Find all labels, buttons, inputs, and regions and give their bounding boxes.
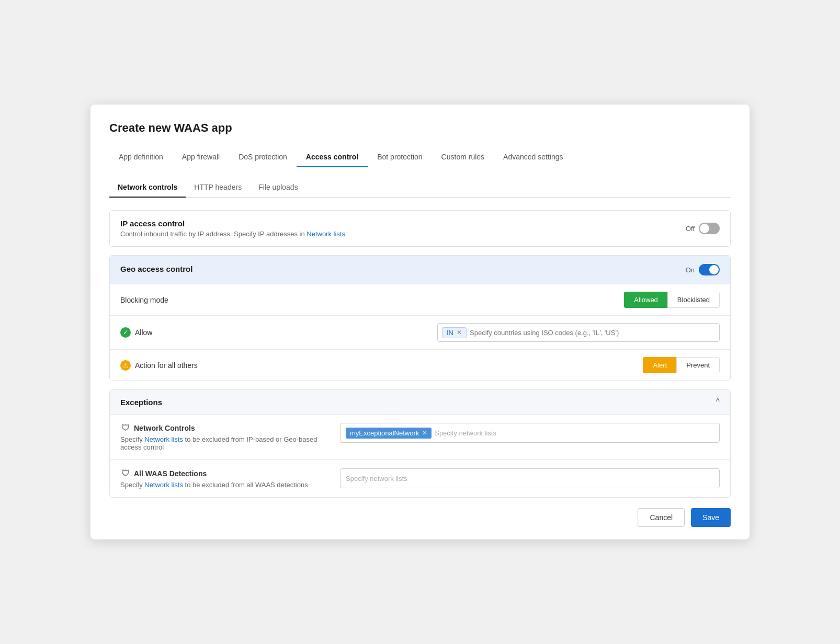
blocking-mode-row: Blocking mode Allowed Blocklisted: [110, 284, 730, 315]
tab-access-control[interactable]: Access control: [297, 147, 368, 167]
network-lists-link-ip[interactable]: Network lists: [307, 230, 345, 238]
exc-all-waas-right: Specify network lists: [340, 468, 720, 488]
blocking-mode-blocklisted-btn[interactable]: Blocklisted: [667, 292, 720, 308]
sub-tabs: Network controls HTTP headers File uploa…: [109, 178, 731, 198]
geo-access-control-card: Geo access control On Blocking mode Allo…: [109, 255, 731, 381]
sub-tab-http-headers[interactable]: HTTP headers: [186, 178, 250, 198]
exceptions-title: Exceptions: [120, 398, 162, 407]
allow-check-icon: ✓: [120, 327, 131, 338]
ip-access-control-toggle[interactable]: [699, 223, 720, 234]
allow-country-input[interactable]: [470, 329, 715, 337]
exc-network-tag: myExceptionalNetwork ✕: [346, 428, 432, 439]
exceptions-header: Exceptions ^: [110, 390, 730, 415]
exc-all-waas-left: 🛡 All WAAS Detections Specify Network li…: [120, 468, 330, 489]
exceptions-card: Exceptions ^ 🛡 Network Controls Specify …: [109, 389, 731, 498]
exc-network-controls-title: 🛡 Network Controls: [120, 423, 330, 433]
tab-bot-protection[interactable]: Bot protection: [368, 147, 432, 167]
action-prevent-btn[interactable]: Prevent: [676, 357, 720, 373]
toggle-slider-ip: [699, 223, 720, 234]
exceptions-chevron[interactable]: ^: [716, 397, 720, 407]
action-alert-btn[interactable]: Alert: [643, 357, 676, 373]
network-lists-link-exc[interactable]: Network lists: [144, 435, 183, 443]
exc-all-waas-desc: Specify Network lists to be excluded fro…: [120, 481, 330, 489]
action-others-label: ⚠ Action for all others: [120, 360, 198, 371]
allow-tag-input[interactable]: IN ✕: [437, 323, 720, 342]
geo-access-control-title: Geo access control: [120, 264, 192, 273]
geo-access-control-header: Geo access control On: [110, 256, 730, 284]
dialog-footer: Cancel Save: [109, 508, 731, 527]
allow-tag-close[interactable]: ✕: [457, 329, 462, 336]
exc-all-waas-input[interactable]: Specify network lists: [340, 468, 720, 488]
geo-access-control-toggle[interactable]: [699, 264, 720, 275]
ip-toggle-label: Off: [686, 225, 695, 233]
geo-toggle-label: On: [686, 266, 695, 274]
top-tabs: App definition App firewall DoS protecti…: [109, 147, 731, 167]
action-others-btn-group: Alert Prevent: [643, 357, 720, 373]
geo-access-control-info: Geo access control: [120, 264, 192, 275]
allow-row: ✓ Allow IN ✕: [110, 315, 730, 349]
exc-all-waas-placeholder: Specify network lists: [346, 475, 407, 482]
ip-access-control-title: IP access control: [120, 219, 345, 228]
create-waas-dialog: Create new WAAS app App definition App f…: [90, 105, 750, 539]
exceptions-all-waas-row: 🛡 All WAAS Detections Specify Network li…: [110, 459, 730, 497]
exc-network-controls-input[interactable]: myExceptionalNetwork ✕ Specify network l…: [340, 423, 720, 443]
save-button[interactable]: Save: [691, 508, 731, 527]
exc-network-controls-right: myExceptionalNetwork ✕ Specify network l…: [340, 423, 720, 443]
action-others-row: ⚠ Action for all others Alert Prevent: [110, 349, 730, 381]
ip-access-control-info: IP access control Control inbound traffi…: [120, 219, 345, 238]
exc-all-waas-title: 🛡 All WAAS Detections: [120, 468, 330, 479]
geo-access-control-toggle-group: On: [686, 264, 720, 275]
shield-icon-network: 🛡: [120, 423, 131, 433]
blocking-mode-btn-group: Allowed Blocklisted: [624, 292, 720, 308]
ip-access-control-header: IP access control Control inbound traffi…: [110, 211, 730, 246]
ip-access-control-card: IP access control Control inbound traffi…: [109, 210, 731, 247]
ip-access-control-desc: Control inbound traffic by IP address. S…: [120, 230, 345, 238]
sub-tab-network-controls[interactable]: Network controls: [109, 178, 186, 198]
network-lists-link-waas[interactable]: Network lists: [144, 481, 183, 489]
allow-tag-in: IN ✕: [442, 327, 467, 338]
exc-tag-close[interactable]: ✕: [422, 429, 427, 436]
exc-network-controls-desc: Specify Network lists to be excluded fro…: [120, 435, 330, 451]
ip-access-control-toggle-group: Off: [686, 223, 720, 234]
toggle-slider-geo: [699, 264, 720, 275]
tab-app-definition[interactable]: App definition: [109, 147, 173, 167]
tab-custom-rules[interactable]: Custom rules: [432, 147, 494, 167]
allow-label: ✓ Allow: [120, 327, 152, 338]
action-warn-icon: ⚠: [120, 360, 131, 371]
exceptions-network-controls-row: 🛡 Network Controls Specify Network lists…: [110, 415, 730, 459]
cancel-button[interactable]: Cancel: [638, 508, 685, 527]
exc-network-placeholder: Specify network lists: [435, 429, 496, 437]
exc-network-controls-left: 🛡 Network Controls Specify Network lists…: [120, 423, 330, 451]
sub-tab-file-uploads[interactable]: File uploads: [250, 178, 307, 198]
blocking-mode-label: Blocking mode: [120, 296, 168, 304]
tab-dos-protection[interactable]: DoS protection: [229, 147, 297, 167]
dialog-title: Create new WAAS app: [109, 121, 731, 135]
shield-icon-waas: 🛡: [120, 468, 131, 479]
tab-app-firewall[interactable]: App firewall: [173, 147, 229, 167]
exceptions-body: 🛡 Network Controls Specify Network lists…: [110, 415, 730, 497]
tab-advanced-settings[interactable]: Advanced settings: [494, 147, 572, 167]
blocking-mode-allowed-btn[interactable]: Allowed: [624, 292, 667, 308]
